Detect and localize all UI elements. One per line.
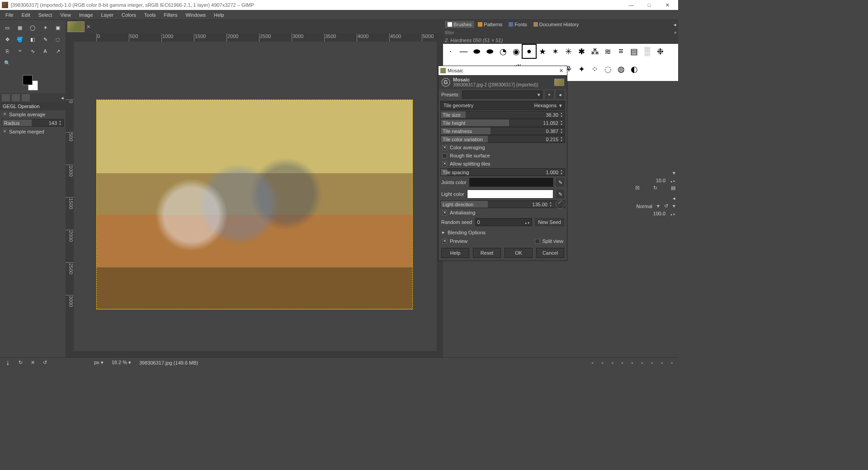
- maximize-button[interactable]: □: [640, 0, 658, 10]
- tool-move[interactable]: ✥: [1, 33, 14, 45]
- light-direction-dial[interactable]: [556, 200, 565, 209]
- foreground-color[interactable]: [23, 75, 33, 85]
- menu-select[interactable]: Select: [35, 11, 56, 19]
- nav-button[interactable]: [437, 351, 443, 357]
- cancel-button[interactable]: Cancel: [536, 248, 564, 258]
- tool-eraser[interactable]: ◌: [52, 33, 64, 45]
- brush-cell[interactable]: ★: [536, 45, 549, 58]
- status-icon[interactable]: ▫: [658, 360, 665, 366]
- menu-help[interactable]: Help: [210, 11, 228, 19]
- dock-tab-brushes[interactable]: Brushes: [445, 21, 474, 28]
- color-picker-icon[interactable]: ✎: [556, 178, 564, 186]
- brush-cell[interactable]: —: [457, 45, 470, 58]
- antialiasing-checkbox[interactable]: ✕Antialiasing: [439, 209, 567, 217]
- sample-merged-row[interactable]: ✕ Sample merged: [0, 128, 66, 135]
- brush-cell[interactable]: ▤: [627, 45, 641, 58]
- brush-cell[interactable]: ✱: [575, 45, 588, 58]
- status-icon[interactable]: ▫: [628, 360, 636, 366]
- dock-menu-icon[interactable]: ◂: [673, 195, 675, 201]
- menu-tools[interactable]: Tools: [141, 11, 160, 19]
- add-preset-icon[interactable]: +: [545, 90, 553, 99]
- color-averaging-checkbox[interactable]: ✕Color averaging: [439, 143, 567, 152]
- tool-gradient[interactable]: ◧: [26, 33, 39, 45]
- dialog-close-icon[interactable]: ✕: [557, 68, 565, 74]
- tool-text[interactable]: A: [39, 45, 52, 57]
- menu-filters[interactable]: Filters: [160, 11, 181, 19]
- menu-file[interactable]: File: [2, 11, 17, 19]
- joints-color-swatch[interactable]: [469, 178, 553, 187]
- status-icon[interactable]: ▫: [589, 360, 596, 366]
- menu-colors[interactable]: Colors: [118, 11, 140, 19]
- brush-cell[interactable]: ❉: [654, 45, 667, 58]
- brush-cell[interactable]: ✳: [562, 45, 575, 58]
- dialog-titlebar[interactable]: Mosaic ✕: [439, 66, 567, 75]
- blending-options-expander[interactable]: Blending Options: [439, 228, 567, 237]
- tool-ellipse-select[interactable]: ◯: [26, 22, 39, 33]
- tool-color-picker[interactable]: ↗: [52, 45, 64, 57]
- close-icon[interactable]: ✕: [3, 128, 7, 134]
- tool-smudge[interactable]: ༄: [14, 45, 26, 57]
- radius-slider[interactable]: Radius 143: [2, 119, 64, 127]
- menu-layer[interactable]: Layer: [98, 11, 118, 19]
- unit-dropdown[interactable]: px: [91, 360, 106, 366]
- color-picker-icon[interactable]: ✎: [556, 190, 564, 198]
- horizontal-scrollbar[interactable]: [74, 351, 437, 357]
- dock-tab-fonts[interactable]: Fonts: [506, 21, 530, 28]
- brush-cell[interactable]: ·: [444, 45, 457, 58]
- tool-crop[interactable]: ▣: [52, 22, 64, 33]
- tool-pencil[interactable]: ✎: [39, 33, 52, 45]
- brush-cell[interactable]: ░: [641, 45, 654, 58]
- spinner-icon[interactable]: [59, 120, 63, 126]
- dock-tab[interactable]: [2, 94, 10, 101]
- help-button[interactable]: Help: [441, 248, 469, 258]
- image-tab-thumbnail[interactable]: [67, 21, 85, 32]
- brush-cell[interactable]: ◍: [614, 62, 627, 76]
- refresh-icon[interactable]: ↻: [653, 185, 657, 191]
- spinner-icon[interactable]: [560, 120, 565, 126]
- light-direction-slider[interactable]: Light direction 135.00: [440, 200, 565, 208]
- brush-cell[interactable]: ⁂: [588, 45, 601, 58]
- status-icon[interactable]: ↺: [40, 360, 50, 366]
- status-icon[interactable]: ▫: [668, 360, 675, 366]
- brush-filter-field[interactable]: filter ▾: [443, 29, 678, 37]
- random-seed-field[interactable]: 0: [475, 218, 533, 226]
- menu-image[interactable]: Image: [75, 11, 97, 19]
- tool-free-select[interactable]: ▦: [14, 22, 26, 33]
- tool-zoom[interactable]: 🔍: [1, 57, 14, 69]
- dock-menu-icon[interactable]: ◂: [61, 95, 64, 101]
- brush-cell[interactable]: ≋: [601, 45, 614, 58]
- dock-menu-icon[interactable]: ▾: [673, 170, 675, 176]
- brush-cell[interactable]: ✦: [575, 62, 588, 76]
- dock-tab-patterns[interactable]: Patterns: [475, 21, 505, 28]
- tool-bucket[interactable]: 🪣: [14, 33, 26, 45]
- tool-path[interactable]: ∿: [26, 45, 39, 57]
- brush-cell[interactable]: ⁘: [588, 62, 601, 76]
- spinner-icon[interactable]: [560, 112, 565, 118]
- dock-tab[interactable]: [12, 94, 20, 101]
- tile-height-slider[interactable]: Tile height 11.052: [440, 119, 565, 127]
- color-swatches[interactable]: [23, 75, 38, 90]
- tile-size-slider[interactable]: Tile size 38.30: [440, 111, 565, 119]
- rough-tile-checkbox[interactable]: Rough tile surface: [439, 152, 567, 160]
- presets-dropdown[interactable]: [462, 90, 542, 99]
- delete-icon[interactable]: ☒: [635, 185, 640, 191]
- spinner-icon[interactable]: [560, 128, 565, 134]
- spinner-icon[interactable]: [670, 178, 675, 183]
- minimize-button[interactable]: —: [622, 0, 640, 10]
- link-icon[interactable]: ↺: [664, 203, 668, 209]
- menu-windows[interactable]: Windows: [182, 11, 209, 19]
- image-tab-close-icon[interactable]: ✕: [86, 24, 91, 30]
- brush-cell[interactable]: ◔: [496, 45, 509, 58]
- brush-cell[interactable]: ⬬: [470, 45, 483, 58]
- brush-cell[interactable]: ●: [523, 45, 536, 58]
- status-icon[interactable]: ▫: [609, 360, 616, 366]
- tool-rect-select[interactable]: ▭: [1, 22, 14, 33]
- preview-checkbox[interactable]: ✕Preview: [442, 238, 467, 244]
- spinner-icon[interactable]: [560, 169, 565, 176]
- reset-button[interactable]: Reset: [473, 248, 501, 258]
- brush-cell[interactable]: ✶: [549, 45, 562, 58]
- brush-cell[interactable]: ◐: [627, 62, 641, 76]
- open-icon[interactable]: ▤: [671, 185, 675, 191]
- brush-cell[interactable]: ◌: [601, 62, 614, 76]
- light-color-swatch[interactable]: [467, 190, 553, 199]
